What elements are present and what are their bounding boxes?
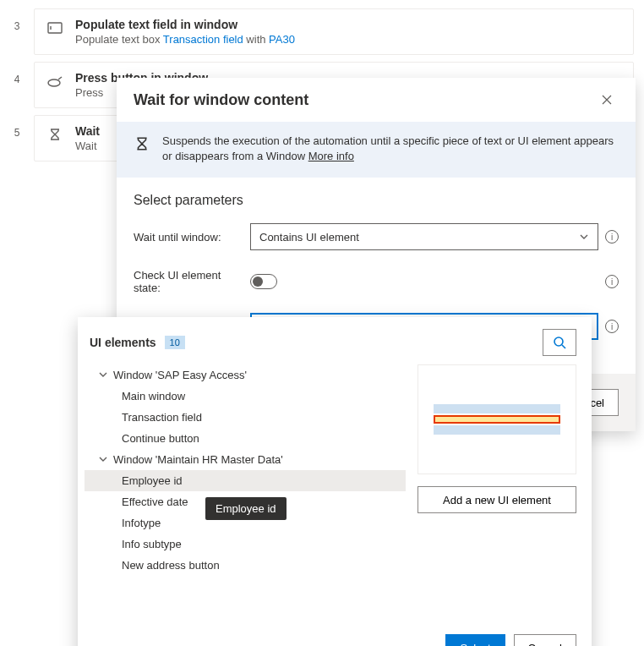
step-number: 4 xyxy=(0,62,34,108)
tree-group-label: Window 'Maintain HR Master Data' xyxy=(113,453,283,466)
step-subtitle: Wait xyxy=(75,140,100,152)
info-icon[interactable]: i xyxy=(605,230,619,244)
wait-until-label: Wait until window: xyxy=(134,231,243,244)
tree-item[interactable]: Transaction field xyxy=(85,407,406,428)
step-title: Wait xyxy=(75,124,100,138)
tree-group-label: Window 'SAP Easy Access' xyxy=(113,369,247,381)
tree-item-employee-id[interactable]: Employee id xyxy=(85,470,406,491)
close-button[interactable] xyxy=(595,88,619,112)
hourglass-icon xyxy=(134,135,150,152)
tree-item[interactable]: Main window xyxy=(85,386,406,407)
tree-item[interactable]: Info subtype xyxy=(85,534,406,555)
dialog-title: Wait for window content xyxy=(134,91,308,109)
select-button[interactable]: Select xyxy=(445,634,505,646)
ui-tree: Window 'SAP Easy Access' Main window Tra… xyxy=(85,364,406,576)
step-3[interactable]: 3 Populate text field in window Populate… xyxy=(0,8,644,55)
element-count-badge: 10 xyxy=(165,336,185,349)
check-state-label: Check UI element state: xyxy=(134,269,243,294)
preview-thumbnail xyxy=(418,364,576,474)
tree-item[interactable]: Infotype xyxy=(85,512,406,534)
info-icon[interactable]: i xyxy=(605,320,619,333)
wait-until-dropdown[interactable]: Contains UI element xyxy=(250,223,598,250)
press-button-icon xyxy=(46,73,63,90)
hourglass-icon xyxy=(46,126,63,143)
section-title: Select parameters xyxy=(134,193,619,208)
step-title: Populate text field in window xyxy=(75,18,295,31)
tree-item[interactable]: Effective date xyxy=(85,491,406,512)
more-info-link[interactable]: More info xyxy=(308,150,354,162)
ui-element-picker: UI elements 10 Window 'SAP Easy Access' … xyxy=(78,317,592,646)
dropdown-value: Contains UI element xyxy=(259,231,359,244)
chevron-down-icon xyxy=(96,453,110,466)
banner-text: Suspends the execution of the automation… xyxy=(162,134,614,162)
search-icon xyxy=(553,336,566,349)
chevron-down-icon xyxy=(96,369,110,381)
tree-group-maintain-hr[interactable]: Window 'Maintain HR Master Data' xyxy=(85,449,406,470)
add-ui-element-button[interactable]: Add a new UI element xyxy=(418,486,576,513)
tree-group-sap-easy-access[interactable]: Window 'SAP Easy Access' xyxy=(85,364,406,386)
search-button[interactable] xyxy=(543,329,576,356)
svg-point-3 xyxy=(554,337,563,346)
svg-point-2 xyxy=(48,79,60,86)
step-subtitle: Populate text box Transaction field with… xyxy=(75,33,295,46)
dialog-banner: Suspends the execution of the automation… xyxy=(117,122,636,178)
step-number: 3 xyxy=(0,8,34,55)
tree-item[interactable]: Continue button xyxy=(85,428,406,449)
cancel-button[interactable]: Cancel xyxy=(514,634,576,646)
picker-title: UI elements xyxy=(90,336,156,349)
info-icon[interactable]: i xyxy=(605,275,619,288)
step-number: 5 xyxy=(0,115,34,162)
check-state-toggle[interactable] xyxy=(250,274,277,289)
text-field-icon xyxy=(46,19,63,36)
chevron-down-icon xyxy=(579,232,589,242)
svg-line-4 xyxy=(562,345,565,348)
tree-item[interactable]: New address button xyxy=(85,555,406,576)
